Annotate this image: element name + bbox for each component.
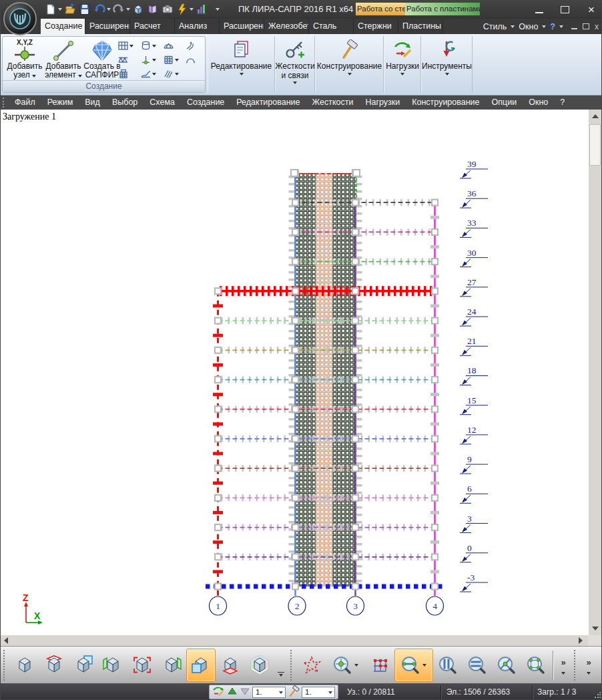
menu-item-1[interactable]: Файл (9, 96, 41, 110)
add-node-button[interactable]: X,Y,ZДобавитьузел (5, 38, 44, 81)
select-rotate-button[interactable] (492, 649, 521, 682)
menu-item-10[interactable]: Конструирование (406, 96, 485, 110)
help-caret-icon[interactable] (559, 25, 563, 28)
structural-model[interactable]: 393633302724211815129630-31234ZX (1, 110, 588, 635)
ribbon-tab-9[interactable]: Пластины (398, 19, 443, 34)
resize-grip-icon[interactable] (594, 692, 601, 699)
quick-launch-caret-icon[interactable] (190, 8, 194, 11)
undo-icon[interactable] (92, 3, 106, 16)
editing-dropdown-button[interactable]: Редактирование (208, 36, 275, 93)
create-hatch-button[interactable] (163, 68, 185, 79)
menu-item-12[interactable]: Окно (523, 96, 554, 110)
design-option-select[interactable]: 1. (302, 687, 335, 698)
select-horizontal-elements-button[interactable] (463, 649, 492, 682)
quick-launch-icon[interactable] (175, 3, 189, 16)
select-frame-button[interactable] (365, 649, 394, 682)
workbook-icon[interactable] (145, 3, 160, 16)
stiffness-dropdown-button[interactable]: Жесткости и связи (275, 36, 315, 93)
create-hatch-caret-icon[interactable] (175, 73, 179, 75)
select-block-button[interactable] (521, 649, 551, 682)
scroll-right-icon[interactable] (579, 637, 583, 644)
menu-item-6[interactable]: Создание (181, 96, 230, 110)
style-menu[interactable]: Стиль (483, 22, 507, 31)
toolbar-grip-icon[interactable] (574, 650, 578, 681)
document-tab-hover[interactable]: Работа с пластинами (405, 3, 480, 15)
ribbon-tab-3[interactable]: Расчет (130, 19, 175, 34)
ribbon-tab-8[interactable]: Стержни (354, 19, 398, 34)
menu-grip-icon[interactable] (3, 98, 6, 108)
redo-caret-icon[interactable] (126, 8, 130, 11)
mdi-restore-icon[interactable] (583, 23, 589, 29)
scroll-down-icon[interactable] (592, 627, 599, 631)
design-option-icon[interactable] (288, 685, 300, 699)
close-button[interactable]: × (587, 6, 596, 14)
menu-item-11[interactable]: Опции (486, 96, 523, 110)
menu-item-4[interactable]: Выбор (106, 96, 143, 110)
column-axis-1[interactable] (213, 291, 223, 596)
ribbon-tab-7[interactable]: Сталь (309, 19, 354, 34)
toolbar-overflow-button[interactable] (555, 649, 571, 682)
ribbon-tab-6[interactable]: Железобето (264, 19, 309, 34)
create-sapfir-button[interactable]: Создать вСАПФИР (83, 38, 121, 81)
add-element-button[interactable]: Добавитьэлемент (44, 38, 83, 81)
style-caret-icon[interactable] (511, 25, 515, 28)
document-tab-active[interactable]: Работа со сте (356, 3, 405, 15)
menu-item-8[interactable]: Жесткости (306, 96, 360, 110)
select-vertical-elements-button[interactable] (433, 649, 463, 682)
view-isometric-button[interactable] (10, 649, 39, 682)
select-nodes-button[interactable] (326, 649, 365, 682)
new-document-caret-icon[interactable] (58, 8, 62, 11)
tools-dropdown-button[interactable]: Инструменты (421, 36, 473, 93)
create-fxy-button[interactable] (140, 68, 163, 79)
create-dome-button[interactable] (163, 40, 185, 51)
menu-item-2[interactable]: Режим (41, 96, 79, 110)
create-node-axes-caret-icon[interactable] (152, 59, 156, 61)
menu-item-5[interactable]: Схема (143, 96, 181, 110)
view-right-button[interactable] (157, 649, 186, 682)
view-bottom-button[interactable] (216, 649, 245, 682)
view-top-button[interactable] (39, 649, 69, 682)
app-logo-icon[interactable] (3, 2, 37, 35)
window-menu[interactable]: Окно (519, 22, 538, 31)
ribbon-tab-2[interactable]: Расширенно (85, 19, 130, 34)
create-mesh-caret-icon[interactable] (175, 59, 179, 61)
chart-3d-icon[interactable] (194, 3, 208, 16)
scroll-up-icon[interactable] (592, 114, 599, 118)
menu-item-7[interactable]: Редактирование (230, 96, 306, 110)
help-menu[interactable]: ? (550, 22, 555, 31)
qat-overflow-caret-icon[interactable] (216, 8, 220, 11)
maximize-button[interactable] (561, 6, 569, 13)
view-back-button[interactable] (69, 649, 98, 682)
next-loadcase-icon[interactable] (240, 686, 250, 698)
model-canvas-area[interactable]: Загружение 1 393633302724211815129630-31… (1, 110, 602, 635)
loads-dropdown-button[interactable]: Нагрузки (384, 36, 421, 93)
horizontal-scrollbar[interactable] (1, 635, 588, 646)
toolbar-grip-icon[interactable] (290, 650, 294, 681)
redo-icon[interactable] (111, 3, 125, 16)
create-frame-caret-icon[interactable] (129, 45, 133, 47)
view-toolbar-options-button[interactable] (274, 649, 288, 682)
create-frame-button[interactable] (117, 40, 140, 51)
create-arc-button[interactable] (185, 54, 207, 65)
design-dropdown-button[interactable]: Конструирование (315, 36, 384, 93)
pack-model-icon[interactable] (131, 3, 145, 16)
create-cylinder-caret-icon[interactable] (152, 45, 156, 47)
mdi-close-icon[interactable]: x (595, 23, 599, 30)
create-node-axes-button[interactable] (140, 54, 163, 65)
minimize-button[interactable] (535, 7, 543, 13)
toolbar-grip-icon[interactable] (3, 650, 7, 681)
ribbon-tab-5[interactable]: Расширенны (220, 19, 264, 34)
menu-item-9[interactable]: Нагрузки (359, 96, 406, 110)
select-polygon-button[interactable] (297, 649, 326, 682)
create-cylinder-button[interactable] (140, 40, 163, 51)
scroll-left-icon[interactable] (4, 637, 8, 644)
loads-icon[interactable] (212, 685, 225, 699)
window-caret-icon[interactable] (542, 25, 546, 28)
view-fragment-button[interactable] (127, 649, 157, 682)
vertical-scrollbar[interactable] (589, 110, 601, 635)
ribbon-tab-1[interactable]: Создание и (41, 19, 85, 34)
create-mesh-button[interactable] (163, 54, 185, 65)
create-truss-button[interactable] (117, 54, 140, 65)
new-document-icon[interactable] (43, 3, 57, 16)
screenshot-icon[interactable] (160, 3, 174, 16)
